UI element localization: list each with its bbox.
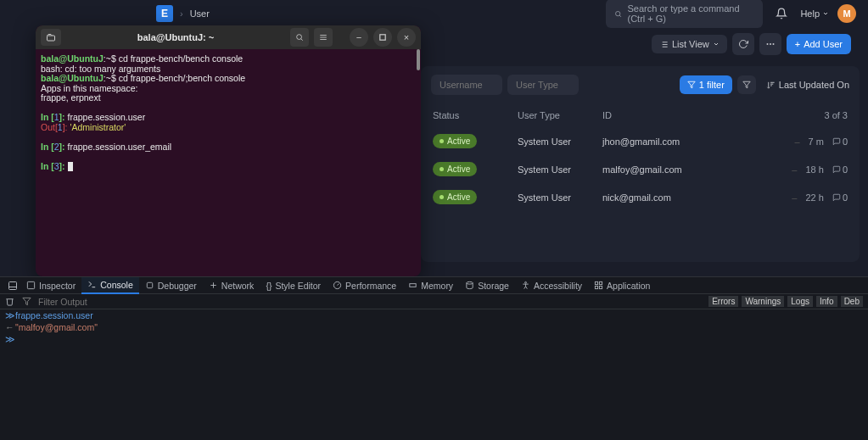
status-badge: Active [433,134,477,148]
console-icon [87,280,97,289]
debugger-icon [145,281,154,290]
console-filter-row: Errors Warnings Logs Info Deb [0,294,868,309]
user-type-cell: System User [518,136,602,147]
svg-rect-17 [380,35,385,40]
user-type-cell: System User [518,164,602,175]
age-cell: 22 h [805,192,823,203]
page-toolbar: List View + Add User [421,27,860,61]
app-logo[interactable]: E [156,5,173,22]
refresh-button[interactable] [732,33,754,55]
console-filter-input[interactable] [35,297,707,307]
terminal-titlebar[interactable]: bala@UbuntuJ: ~ − × [36,25,421,49]
svg-point-9 [772,43,774,45]
devtools-tabs: Inspector Console Debugger Network {}Sty… [0,277,868,294]
breadcrumb-group: E › User [156,5,210,22]
usertype-filter[interactable] [507,75,579,95]
network-icon [209,281,218,290]
terminal-menu-button[interactable] [314,28,333,47]
navbar: E › User Search or type a command (Ctrl … [0,0,868,27]
terminal-body[interactable]: bala@UbuntuJ:~$ cd frappe-bench/bench co… [36,49,421,276]
minimize-button[interactable]: − [350,28,368,47]
svg-rect-12 [48,36,55,41]
terminal-search-button[interactable] [290,28,309,47]
svg-point-13 [297,35,302,40]
close-button[interactable]: × [397,28,416,47]
plus-icon: + [795,39,800,49]
filter-off-icon [742,81,751,89]
new-tab-button[interactable] [41,29,61,46]
svg-marker-11 [743,81,750,88]
comment-count[interactable]: 0 [832,192,848,203]
assign-cell: – [792,192,797,203]
level-logs[interactable]: Logs [787,296,813,307]
list-view-selector[interactable]: List View [652,35,727,53]
user-id-cell: malfoy@gmail.com [602,164,754,175]
tab-network[interactable]: Network [203,278,260,293]
tab-console[interactable]: Console [81,277,139,294]
global-search[interactable]: Search or type a command (Ctrl + G) [606,0,763,28]
count-label: 3 of 3 [754,110,848,120]
clear-console-button[interactable] [5,297,19,306]
tab-memory[interactable]: Memory [402,278,459,293]
console-prompt[interactable]: ≫ [0,333,868,345]
comment-count[interactable]: 0 [832,136,848,147]
list-row[interactable]: Active System User jhon@gmamil.com – 7 m… [421,127,860,155]
devtools-panel: Inspector Console Debugger Network {}Sty… [0,276,868,440]
add-user-button[interactable]: + Add User [787,34,851,54]
tab-debugger[interactable]: Debugger [139,278,203,293]
tab-accessibility[interactable]: Accessibility [515,278,588,293]
breadcrumb-user[interactable]: User [190,8,210,19]
comment-icon [832,193,841,202]
user-id-cell: nick@gmail.com [602,192,754,203]
comment-count[interactable]: 0 [832,164,848,175]
console-input-line: ≫ frappe.session.user [0,309,868,321]
level-info[interactable]: Info [816,296,837,307]
username-filter[interactable] [431,75,502,95]
dock-button[interactable] [5,281,20,291]
console-output: ≫ frappe.session.user ← "malfoy@gmail.co… [0,309,868,345]
inspector-icon [26,281,36,290]
terminal-window: bala@UbuntuJ: ~ − × bala@UbuntuJ:~$ cd f… [36,25,421,276]
svg-marker-31 [23,298,31,304]
gauge-icon [333,281,342,290]
bell-icon [776,8,787,19]
memory-icon [408,281,417,290]
filter-row: 1 filter Last Updated On [421,66,860,103]
help-menu[interactable]: Help [800,8,829,19]
search-icon [295,33,304,42]
tab-storage[interactable]: Storage [459,278,515,293]
chevron-down-icon [822,10,829,17]
menu-button[interactable] [759,33,781,55]
level-warnings[interactable]: Warnings [742,296,784,307]
terminal-title: bala@UbuntuJ: ~ [66,32,285,42]
status-badge: Active [433,162,477,176]
cursor [68,162,73,171]
list-row[interactable]: Active System User nick@gmail.com – 22 h… [421,183,860,211]
tab-inspector[interactable]: Inspector [20,278,81,293]
scrollbar-thumb[interactable] [417,49,420,70]
tab-application[interactable]: Application [588,278,656,293]
list-panel: 1 filter Last Updated On Status User Typ… [421,66,860,262]
level-errors[interactable]: Errors [708,296,738,307]
svg-rect-20 [27,281,34,288]
level-debug[interactable]: Deb [841,296,863,307]
age-cell: 7 m [809,136,824,147]
list-view-label: List View [672,39,709,49]
active-filter-button[interactable]: 1 filter [680,75,732,94]
refresh-icon [738,39,748,49]
maximize-button[interactable] [373,28,392,47]
age-cell: 18 h [805,164,823,175]
svg-rect-18 [9,281,17,289]
dots-icon [765,39,776,49]
list-row[interactable]: Active System User malfoy@gmail.com – 18… [421,155,860,183]
list-icon [659,40,669,49]
tab-style-editor[interactable]: {}Style Editor [260,278,327,293]
svg-point-8 [770,43,771,45]
notifications-button[interactable] [771,3,792,24]
tab-performance[interactable]: Performance [327,278,402,293]
sort-selector[interactable]: Last Updated On [766,80,849,90]
filter-clear-button[interactable] [737,75,756,94]
user-avatar[interactable]: M [837,4,856,23]
col-type: User Type [518,110,602,120]
svg-point-25 [467,281,473,284]
